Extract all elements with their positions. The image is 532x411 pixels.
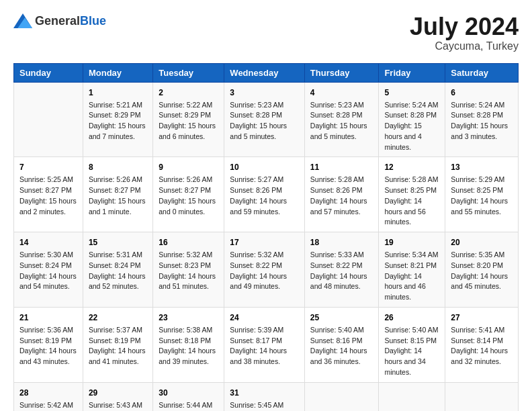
cell-info: Sunrise: 5:28 AMSunset: 8:26 PMDaylight:… xyxy=(310,175,373,217)
day-number: 7 xyxy=(19,161,77,173)
calendar-cell: 31Sunrise: 5:45 AMSunset: 8:10 PMDayligh… xyxy=(224,382,305,411)
day-number: 4 xyxy=(310,87,373,99)
day-number: 17 xyxy=(230,236,299,248)
calendar-cell xyxy=(379,382,445,411)
day-number: 30 xyxy=(159,387,218,399)
calendar-cell xyxy=(14,82,83,157)
day-number: 11 xyxy=(310,161,373,173)
calendar-cell: 29Sunrise: 5:43 AMSunset: 8:12 PMDayligh… xyxy=(83,382,152,411)
day-number: 6 xyxy=(451,87,513,99)
cell-info: Sunrise: 5:32 AMSunset: 8:22 PMDaylight:… xyxy=(230,250,299,292)
location-subtitle: Caycuma, Turkey xyxy=(410,40,519,52)
calendar-cell: 19Sunrise: 5:34 AMSunset: 8:21 PMDayligh… xyxy=(379,232,445,308)
col-header-wednesday: Wednesday xyxy=(224,63,305,82)
day-number: 12 xyxy=(384,161,439,173)
day-number: 16 xyxy=(159,236,218,248)
cell-info: Sunrise: 5:40 AMSunset: 8:15 PMDaylight:… xyxy=(384,325,439,378)
calendar-cell: 22Sunrise: 5:37 AMSunset: 8:19 PMDayligh… xyxy=(83,307,152,382)
calendar-cell: 17Sunrise: 5:32 AMSunset: 8:22 PMDayligh… xyxy=(224,232,305,308)
calendar-cell: 25Sunrise: 5:40 AMSunset: 8:16 PMDayligh… xyxy=(304,307,379,382)
day-number: 8 xyxy=(89,161,147,173)
cell-info: Sunrise: 5:22 AMSunset: 8:29 PMDaylight:… xyxy=(159,100,218,142)
calendar-cell: 27Sunrise: 5:41 AMSunset: 8:14 PMDayligh… xyxy=(445,307,519,382)
cell-info: Sunrise: 5:25 AMSunset: 8:27 PMDaylight:… xyxy=(19,175,77,217)
cell-info: Sunrise: 5:45 AMSunset: 8:10 PMDaylight:… xyxy=(230,400,299,411)
calendar-cell: 26Sunrise: 5:40 AMSunset: 8:15 PMDayligh… xyxy=(379,307,445,382)
week-row-1: 1Sunrise: 5:21 AMSunset: 8:29 PMDaylight… xyxy=(14,82,519,157)
cell-info: Sunrise: 5:42 AMSunset: 8:13 PMDaylight:… xyxy=(19,400,77,411)
day-number: 23 xyxy=(159,312,218,324)
logo: GeneralBlue xyxy=(13,13,106,28)
calendar-cell: 13Sunrise: 5:29 AMSunset: 8:25 PMDayligh… xyxy=(445,157,519,232)
cell-info: Sunrise: 5:37 AMSunset: 8:19 PMDaylight:… xyxy=(89,325,147,367)
day-number: 19 xyxy=(384,236,439,248)
calendar-cell xyxy=(445,382,519,411)
calendar-cell: 28Sunrise: 5:42 AMSunset: 8:13 PMDayligh… xyxy=(14,382,83,411)
day-number: 15 xyxy=(89,236,147,248)
day-number: 13 xyxy=(451,161,513,173)
calendar-cell: 6Sunrise: 5:24 AMSunset: 8:28 PMDaylight… xyxy=(445,82,519,157)
day-number: 3 xyxy=(230,87,299,99)
header-row: SundayMondayTuesdayWednesdayThursdayFrid… xyxy=(14,63,519,82)
day-number: 25 xyxy=(310,312,373,324)
cell-info: Sunrise: 5:24 AMSunset: 8:28 PMDaylight:… xyxy=(451,100,513,142)
cell-info: Sunrise: 5:34 AMSunset: 8:21 PMDaylight:… xyxy=(384,250,439,303)
cell-info: Sunrise: 5:33 AMSunset: 8:22 PMDaylight:… xyxy=(310,250,373,292)
logo-icon xyxy=(13,13,32,28)
calendar-table: SundayMondayTuesdayWednesdayThursdayFrid… xyxy=(13,63,519,411)
col-header-sunday: Sunday xyxy=(14,63,83,82)
day-number: 31 xyxy=(230,387,299,399)
cell-info: Sunrise: 5:36 AMSunset: 8:19 PMDaylight:… xyxy=(19,325,77,367)
day-number: 22 xyxy=(89,312,147,324)
day-number: 9 xyxy=(159,161,218,173)
day-number: 14 xyxy=(19,236,77,248)
title-block: July 2024 Caycuma, Turkey xyxy=(410,13,519,52)
calendar-cell: 7Sunrise: 5:25 AMSunset: 8:27 PMDaylight… xyxy=(14,157,83,232)
calendar-cell: 4Sunrise: 5:23 AMSunset: 8:28 PMDaylight… xyxy=(304,82,379,157)
col-header-monday: Monday xyxy=(83,63,152,82)
cell-info: Sunrise: 5:32 AMSunset: 8:23 PMDaylight:… xyxy=(159,250,218,292)
cell-info: Sunrise: 5:39 AMSunset: 8:17 PMDaylight:… xyxy=(230,325,299,367)
calendar-cell: 11Sunrise: 5:28 AMSunset: 8:26 PMDayligh… xyxy=(304,157,379,232)
cell-info: Sunrise: 5:30 AMSunset: 8:24 PMDaylight:… xyxy=(19,250,77,292)
cell-info: Sunrise: 5:26 AMSunset: 8:27 PMDaylight:… xyxy=(89,175,147,217)
day-number: 29 xyxy=(89,387,147,399)
calendar-cell: 3Sunrise: 5:23 AMSunset: 8:28 PMDaylight… xyxy=(224,82,305,157)
col-header-friday: Friday xyxy=(379,63,445,82)
calendar-cell xyxy=(304,382,379,411)
calendar-cell: 12Sunrise: 5:28 AMSunset: 8:25 PMDayligh… xyxy=(379,157,445,232)
cell-info: Sunrise: 5:28 AMSunset: 8:25 PMDaylight:… xyxy=(384,175,439,228)
page-header: GeneralBlue July 2024 Caycuma, Turkey xyxy=(13,13,519,52)
cell-info: Sunrise: 5:35 AMSunset: 8:20 PMDaylight:… xyxy=(451,250,513,292)
calendar-cell: 9Sunrise: 5:26 AMSunset: 8:27 PMDaylight… xyxy=(153,157,224,232)
calendar-cell: 20Sunrise: 5:35 AMSunset: 8:20 PMDayligh… xyxy=(445,232,519,308)
week-row-5: 28Sunrise: 5:42 AMSunset: 8:13 PMDayligh… xyxy=(14,382,519,411)
day-number: 28 xyxy=(19,387,77,399)
calendar-cell: 30Sunrise: 5:44 AMSunset: 8:11 PMDayligh… xyxy=(153,382,224,411)
calendar-cell: 5Sunrise: 5:24 AMSunset: 8:28 PMDaylight… xyxy=(379,82,445,157)
day-number: 21 xyxy=(19,312,77,324)
cell-info: Sunrise: 5:31 AMSunset: 8:24 PMDaylight:… xyxy=(89,250,147,292)
logo-text: GeneralBlue xyxy=(35,14,106,28)
week-row-4: 21Sunrise: 5:36 AMSunset: 8:19 PMDayligh… xyxy=(14,307,519,382)
cell-info: Sunrise: 5:23 AMSunset: 8:28 PMDaylight:… xyxy=(230,100,299,142)
day-number: 1 xyxy=(89,87,147,99)
week-row-3: 14Sunrise: 5:30 AMSunset: 8:24 PMDayligh… xyxy=(14,232,519,308)
col-header-saturday: Saturday xyxy=(445,63,519,82)
cell-info: Sunrise: 5:40 AMSunset: 8:16 PMDaylight:… xyxy=(310,325,373,367)
cell-info: Sunrise: 5:23 AMSunset: 8:28 PMDaylight:… xyxy=(310,100,373,142)
calendar-cell: 15Sunrise: 5:31 AMSunset: 8:24 PMDayligh… xyxy=(83,232,152,308)
day-number: 10 xyxy=(230,161,299,173)
day-number: 2 xyxy=(159,87,218,99)
day-number: 5 xyxy=(384,87,439,99)
day-number: 26 xyxy=(384,312,439,324)
calendar-cell: 1Sunrise: 5:21 AMSunset: 8:29 PMDaylight… xyxy=(83,82,152,157)
calendar-cell: 10Sunrise: 5:27 AMSunset: 8:26 PMDayligh… xyxy=(224,157,305,232)
cell-info: Sunrise: 5:24 AMSunset: 8:28 PMDaylight:… xyxy=(384,100,439,153)
cell-info: Sunrise: 5:43 AMSunset: 8:12 PMDaylight:… xyxy=(89,400,147,411)
cell-info: Sunrise: 5:38 AMSunset: 8:18 PMDaylight:… xyxy=(159,325,218,367)
calendar-cell: 14Sunrise: 5:30 AMSunset: 8:24 PMDayligh… xyxy=(14,232,83,308)
calendar-cell: 2Sunrise: 5:22 AMSunset: 8:29 PMDaylight… xyxy=(153,82,224,157)
day-number: 24 xyxy=(230,312,299,324)
cell-info: Sunrise: 5:41 AMSunset: 8:14 PMDaylight:… xyxy=(451,325,513,367)
